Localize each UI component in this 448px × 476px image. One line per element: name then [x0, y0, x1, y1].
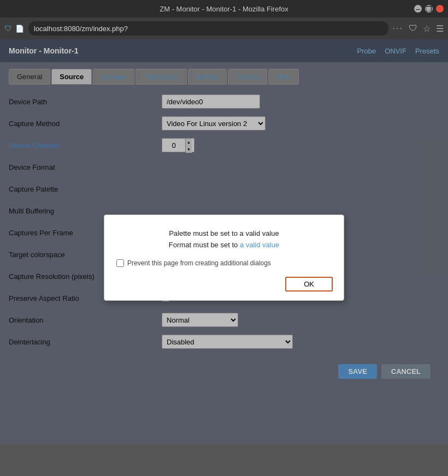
prevent-dialogs-checkbox[interactable]: [116, 259, 124, 267]
menu-icon[interactable]: ☰: [436, 23, 444, 34]
shield-icon: 🛡: [4, 24, 12, 33]
address-input[interactable]: [28, 21, 388, 35]
browser-chrome: ZM - Monitor - Monitor-1 - Mozilla Firef…: [0, 0, 448, 39]
dialog-message: Palette must be set to a valid value For…: [115, 228, 333, 251]
dialog-line2-part1: Format must be set to: [169, 241, 240, 249]
browser-title: ZM - Monitor - Monitor-1 - Mozilla Firef…: [160, 5, 288, 13]
minimize-button[interactable]: –: [414, 5, 422, 13]
app: Monitor - Monitor-1 Probe ONVIF Presets …: [0, 39, 448, 476]
restore-button[interactable]: ❐: [425, 5, 433, 13]
more-icon[interactable]: ···: [393, 23, 403, 33]
dialog-overlay: Palette must be set to a valid value For…: [0, 39, 448, 476]
dialog-line1: Palette must be set to a valid value: [115, 228, 333, 240]
bookmark-icon[interactable]: ☆: [423, 23, 431, 34]
page-icon: 📄: [15, 25, 24, 33]
address-bar: 🛡 📄 ··· 🛡 ☆ ☰: [0, 17, 448, 39]
dialog-buttons: OK: [115, 277, 333, 291]
address-bar-right: ··· 🛡 ☆ ☰: [393, 23, 444, 34]
ok-button[interactable]: OK: [285, 277, 333, 291]
title-bar-controls: – ❐: [414, 5, 444, 13]
dialog-line2: Format must be set to a valid value: [115, 240, 333, 251]
dialog-line2-link: a valid value: [240, 241, 279, 249]
address-bar-left: 🛡 📄: [4, 24, 24, 33]
alert-dialog: Palette must be set to a valid value For…: [104, 215, 344, 301]
dialog-prevent-row: Prevent this page from creating addition…: [115, 259, 333, 267]
close-button[interactable]: [436, 5, 444, 13]
prevent-dialogs-label: Prevent this page from creating addition…: [127, 259, 271, 267]
shield-verify-icon[interactable]: 🛡: [409, 23, 417, 33]
title-bar: ZM - Monitor - Monitor-1 - Mozilla Firef…: [0, 0, 448, 17]
